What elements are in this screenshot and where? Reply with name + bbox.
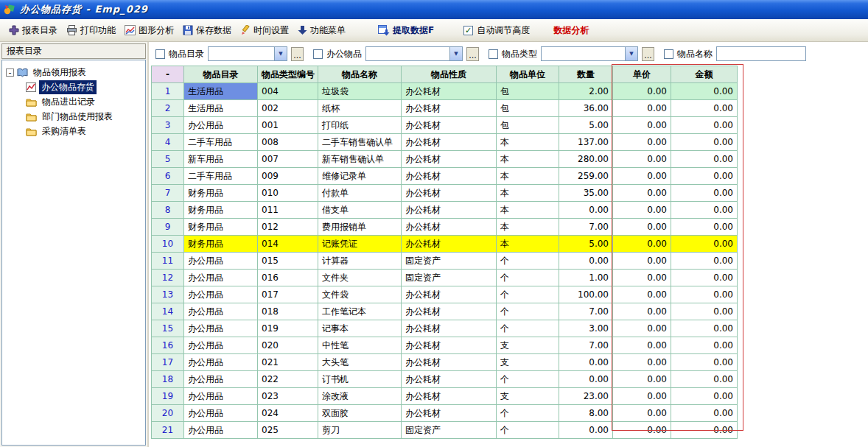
cell[interactable]: 0.00: [613, 202, 671, 219]
row-number[interactable]: 4: [152, 134, 184, 151]
cell[interactable]: 二手车用品: [184, 134, 258, 151]
cell[interactable]: 办公耗材: [402, 236, 497, 253]
cell[interactable]: 计算器: [318, 253, 402, 270]
cell[interactable]: 办公用品: [184, 388, 258, 405]
cell[interactable]: 0.00: [559, 422, 613, 439]
cell[interactable]: 025: [258, 422, 318, 439]
cell[interactable]: 办公耗材: [402, 320, 497, 337]
row-number[interactable]: 9: [152, 219, 184, 236]
cell[interactable]: 0.00: [613, 286, 671, 303]
cell[interactable]: 办公用品: [184, 270, 258, 286]
cell[interactable]: 0.00: [613, 236, 671, 253]
cell[interactable]: 0.00: [559, 371, 613, 388]
cell[interactable]: 0.00: [671, 388, 738, 405]
cell[interactable]: 015: [258, 253, 318, 270]
cell[interactable]: 012: [258, 219, 318, 236]
office-item-more-button[interactable]: ...: [466, 47, 479, 61]
cell[interactable]: 0.00: [671, 337, 738, 354]
column-header[interactable]: 物品目录: [184, 66, 258, 83]
cell[interactable]: 本: [497, 219, 559, 236]
cell[interactable]: 0.00: [671, 270, 738, 286]
cell[interactable]: 中性笔: [318, 337, 402, 354]
sidebar-item-purchase-list[interactable]: 采购清单表: [2, 124, 145, 138]
report-directory-button[interactable]: 报表目录: [4, 22, 62, 39]
sidebar-item-in-out-record[interactable]: 物品进出记录: [2, 94, 145, 109]
function-menu-button[interactable]: 功能菜单: [293, 22, 350, 39]
cell[interactable]: 办公耗材: [402, 100, 497, 117]
office-item-select[interactable]: ▼: [365, 46, 463, 61]
cell[interactable]: 办公用品: [184, 371, 258, 388]
row-number[interactable]: 10: [152, 236, 184, 253]
cell[interactable]: 个: [497, 320, 559, 337]
cell[interactable]: 文件夹: [318, 270, 402, 286]
cell[interactable]: 财务用品: [184, 219, 258, 236]
cell[interactable]: 0.00: [671, 83, 738, 100]
cell[interactable]: 280.00: [559, 151, 613, 168]
cell[interactable]: 办公耗材: [402, 134, 497, 151]
cell[interactable]: 0.00: [613, 134, 671, 151]
cell[interactable]: 办公耗材: [402, 354, 497, 371]
cell[interactable]: 8.00: [559, 405, 613, 422]
cell[interactable]: 维修记录单: [318, 168, 402, 185]
cell[interactable]: 010: [258, 185, 318, 202]
print-button[interactable]: 打印功能: [62, 22, 120, 39]
cell[interactable]: 014: [258, 236, 318, 253]
cell[interactable]: 0.00: [671, 185, 738, 202]
column-header[interactable]: 物品性质: [402, 66, 497, 83]
row-number[interactable]: 3: [152, 117, 184, 134]
cell[interactable]: 本: [497, 134, 559, 151]
cell[interactable]: 办公用品: [184, 253, 258, 270]
cell[interactable]: 7.00: [559, 219, 613, 236]
cell[interactable]: 文件袋: [318, 286, 402, 303]
name-checkbox[interactable]: [664, 49, 673, 59]
cell[interactable]: 办公耗材: [402, 83, 497, 100]
cell[interactable]: 办公用品: [184, 303, 258, 320]
save-data-button[interactable]: 保存数据: [178, 22, 236, 39]
cell[interactable]: 0.00: [671, 354, 738, 371]
cell[interactable]: 记事本: [318, 320, 402, 337]
tree-item-label[interactable]: 物品进出记录: [40, 95, 97, 109]
cell[interactable]: 259.00: [559, 168, 613, 185]
chevron-down-icon[interactable]: ▼: [274, 47, 287, 60]
cell[interactable]: 0.00: [613, 83, 671, 100]
cell[interactable]: 剪刀: [318, 422, 402, 439]
cell[interactable]: 办公耗材: [402, 337, 497, 354]
cell[interactable]: 0.00: [613, 185, 671, 202]
row-number[interactable]: 11: [152, 253, 184, 270]
row-number[interactable]: 16: [152, 337, 184, 354]
cell[interactable]: 0.00: [613, 303, 671, 320]
row-number[interactable]: 21: [152, 422, 184, 439]
cell[interactable]: 垃圾袋: [318, 83, 402, 100]
cell[interactable]: 二手车销售确认单: [318, 134, 402, 151]
cell[interactable]: 费用报销单: [318, 219, 402, 236]
auto-height-toggle[interactable]: ✓ 自动调节高度: [463, 24, 530, 37]
cell[interactable]: 办公耗材: [402, 405, 497, 422]
cell[interactable]: 办公耗材: [402, 286, 497, 303]
cell[interactable]: 纸杯: [318, 100, 402, 117]
cell[interactable]: 个: [497, 270, 559, 286]
cell[interactable]: 0.00: [613, 337, 671, 354]
tree-item-label[interactable]: 采购清单表: [40, 124, 88, 138]
row-number[interactable]: 13: [152, 286, 184, 303]
type-more-button[interactable]: ...: [642, 47, 654, 61]
cell[interactable]: 个: [497, 371, 559, 388]
cell[interactable]: 021: [258, 354, 318, 371]
cell[interactable]: 0.00: [671, 405, 738, 422]
cell[interactable]: 018: [258, 303, 318, 320]
cell[interactable]: 付款单: [318, 185, 402, 202]
cell[interactable]: 0.00: [671, 320, 738, 337]
row-number[interactable]: 15: [152, 320, 184, 337]
column-header[interactable]: 物品名称: [318, 66, 402, 83]
cell[interactable]: 0.00: [671, 303, 738, 320]
data-analysis-button[interactable]: 数据分析: [549, 22, 593, 39]
cell[interactable]: 0.00: [559, 202, 613, 219]
cell[interactable]: 017: [258, 286, 318, 303]
cell[interactable]: 办公用品: [184, 422, 258, 439]
cell[interactable]: 0.00: [613, 405, 671, 422]
cell[interactable]: 大头笔: [318, 354, 402, 371]
cell[interactable]: 个: [497, 286, 559, 303]
cell[interactable]: 3.00: [559, 320, 613, 337]
cell[interactable]: 涂改液: [318, 388, 402, 405]
graph-analysis-button[interactable]: 图形分析: [120, 22, 178, 39]
catalog-select[interactable]: ▼: [208, 46, 287, 61]
